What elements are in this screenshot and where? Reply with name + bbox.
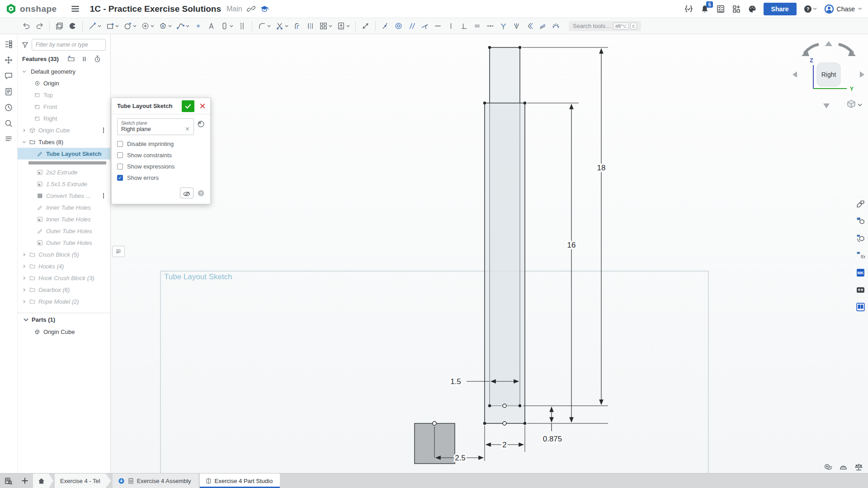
vertical-tool-button[interactable] xyxy=(445,21,457,31)
offset-tool-button[interactable] xyxy=(292,21,303,31)
construction-tool-button[interactable] xyxy=(236,21,248,31)
tab-exercise-4-tel[interactable]: Exercise 4 - Tel xyxy=(55,474,111,488)
dimension-tool-button[interactable] xyxy=(360,21,371,31)
slot-tool-button[interactable] xyxy=(219,21,235,31)
checkbox-disable-imprinting[interactable]: Disable imprinting xyxy=(117,141,205,147)
clear-selection-icon[interactable]: ✕ xyxy=(185,126,190,132)
fix-tool-button[interactable] xyxy=(537,21,548,31)
spline-tool-button[interactable] xyxy=(175,21,191,31)
onshape-logo[interactable]: onshape xyxy=(5,3,57,14)
feature-row-1-5x1-5-extrude[interactable]: 1.5x1.5 Extrude xyxy=(18,178,110,190)
feature-row-outer-tube-holes[interactable]: Outer Tube Holes xyxy=(18,225,110,237)
pattern-tool-button[interactable] xyxy=(318,21,334,31)
chevron-right-icon[interactable] xyxy=(20,286,28,293)
appearance-settings-button[interactable] xyxy=(748,5,757,14)
learning-center-button[interactable] xyxy=(260,5,269,14)
checkbox-show-expressions[interactable]: Show expressions xyxy=(117,163,205,170)
sketch-view-button[interactable] xyxy=(180,188,193,198)
feature-row-origin-cube[interactable]: Origin Cube xyxy=(18,326,110,338)
fx-app-button[interactable]: f(x) xyxy=(854,249,867,262)
regen-time-button[interactable] xyxy=(94,55,101,63)
curve-pattern-tool-button[interactable] xyxy=(524,21,535,31)
parts-header[interactable]: Parts (1) xyxy=(18,316,110,326)
intersect-tool-button[interactable] xyxy=(67,21,78,31)
chevron-right-icon[interactable] xyxy=(20,251,28,258)
feature-row-right[interactable]: Right xyxy=(18,113,110,124)
feature-row-hook-crush-block-3[interactable]: Hook Crush Block (3) xyxy=(18,272,110,284)
mk-app-button[interactable]: MK xyxy=(854,266,867,279)
appearance-app-button[interactable] xyxy=(854,197,867,211)
feature-row-hooks-4[interactable]: Hooks (4) xyxy=(18,260,110,272)
chevron-right-icon[interactable] xyxy=(20,274,28,282)
feature-row-inner-tube-holes[interactable]: Inner Tube Holes xyxy=(18,202,110,213)
dim-2-5[interactable]: 2.5 xyxy=(455,454,466,462)
checkbox-box[interactable] xyxy=(117,141,123,147)
dim-2[interactable]: 2 xyxy=(502,441,506,449)
view-left-arrow[interactable] xyxy=(793,71,797,78)
feature-list-toggle-button[interactable] xyxy=(112,246,125,257)
drag-handle[interactable] xyxy=(100,127,107,133)
checkbox-show-constraints[interactable]: Show constraints xyxy=(117,152,205,159)
midpoint-tool-button[interactable] xyxy=(485,21,496,31)
tube-profiles[interactable] xyxy=(485,47,525,423)
chevron-down-icon[interactable] xyxy=(22,316,30,323)
view-down-arrow[interactable] xyxy=(823,103,830,108)
checkbox-box[interactable] xyxy=(117,164,123,169)
feature-row-gearbox-6[interactable]: Gearbox (6) xyxy=(18,284,110,296)
notes-panel-button[interactable] xyxy=(2,133,15,145)
dim-18[interactable]: 18 xyxy=(597,164,606,172)
rollback-bar-handle[interactable] xyxy=(28,161,106,164)
robot-app-button[interactable] xyxy=(854,283,867,296)
feature-row-outer-tube-holes[interactable]: Outer Tube Holes xyxy=(18,237,110,249)
view-right-arrow[interactable] xyxy=(860,71,864,78)
circle-tool-button[interactable] xyxy=(122,21,138,31)
isometric-view-menu[interactable] xyxy=(848,100,862,108)
sketch-plane-field[interactable]: Sketch plane Right plane ✕ xyxy=(117,118,194,135)
sketch-tool-button[interactable] xyxy=(54,21,65,31)
filter-input[interactable] xyxy=(32,39,106,51)
search-tabs-button[interactable] xyxy=(0,474,17,488)
feature-row-crush-block-5[interactable]: Crush Block (5) xyxy=(18,249,110,260)
help-button[interactable]: ? xyxy=(803,5,817,14)
symmetric-tool-button[interactable] xyxy=(498,21,509,31)
main-menu-button[interactable] xyxy=(68,4,83,14)
feature-row-convert-tubes[interactable]: Convert Tubes ... xyxy=(18,190,110,202)
search-tools[interactable]: Search tools... alt/⌥c xyxy=(569,21,641,31)
feature-row-origin-cube[interactable]: Origin Cube xyxy=(18,124,110,136)
scale-tool-button[interactable] xyxy=(854,462,863,472)
chevron-right-icon[interactable] xyxy=(20,298,28,305)
checkbox-show-errors[interactable]: ✓Show errors xyxy=(117,174,205,181)
feature-row-tubes-8[interactable]: Tubes (8) xyxy=(18,136,110,148)
feature-row-rope-model-2[interactable]: Rope Model (2) xyxy=(18,296,110,307)
dialog-help-icon[interactable]: ? xyxy=(197,189,205,197)
tasks-button[interactable] xyxy=(716,5,725,14)
search-panel-button[interactable] xyxy=(2,117,15,130)
versions-panel-button[interactable] xyxy=(2,85,15,98)
concentric-tool-button[interactable] xyxy=(393,21,404,31)
protractor-tool-button[interactable] xyxy=(839,462,848,472)
apps-button[interactable] xyxy=(732,5,741,14)
copy-link-button[interactable] xyxy=(247,5,255,13)
checkbox-box[interactable]: ✓ xyxy=(117,175,123,181)
trim-tool-button[interactable] xyxy=(274,21,290,31)
undo-tool-button[interactable] xyxy=(21,21,32,31)
feature-row-2x2-extrude[interactable]: 2x2 Extrude xyxy=(18,166,110,178)
chevron-down-icon[interactable] xyxy=(20,68,28,75)
display-constraints-tool-button[interactable] xyxy=(550,21,561,31)
cube-table-app-button[interactable] xyxy=(854,215,867,228)
featurescript-button[interactable] xyxy=(684,4,693,14)
tab-exercise-4-assembly[interactable]: Exercise 4 Assembly xyxy=(113,474,198,488)
line-tool-button[interactable] xyxy=(87,21,103,31)
redo-tool-button[interactable] xyxy=(34,21,45,31)
cube-rotate-app-button[interactable] xyxy=(854,232,867,245)
checkbox-box[interactable] xyxy=(117,152,123,158)
history-panel-button[interactable] xyxy=(2,101,15,114)
book-app-button[interactable] xyxy=(854,300,867,314)
mirror-tool-button[interactable] xyxy=(305,21,316,31)
feature-row-inner-tube-holes[interactable]: Inner Tube Holes xyxy=(18,213,110,225)
transform-panel-button[interactable] xyxy=(2,54,15,66)
cancel-button[interactable] xyxy=(197,100,208,112)
parallel-tool-button[interactable] xyxy=(406,21,417,31)
dim-0-875[interactable]: 0.875 xyxy=(543,435,562,443)
tab-exercise-4-part-studio[interactable]: Exercise 4 Part Studio xyxy=(200,474,280,488)
